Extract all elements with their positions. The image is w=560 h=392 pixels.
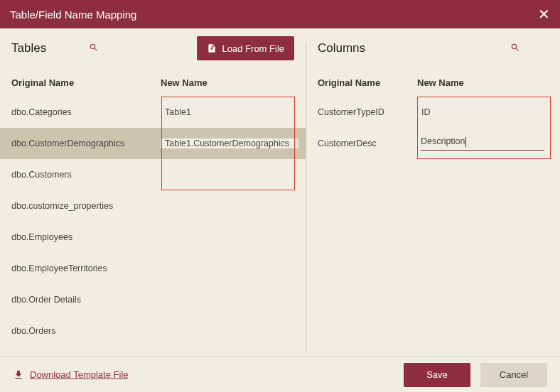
cancel-button[interactable]: Cancel	[480, 363, 547, 387]
columns-header-new: New Name	[417, 77, 549, 88]
columns-panel: Columns Original Name New Name CustomerT…	[306, 28, 560, 356]
columns-search[interactable]	[365, 43, 549, 55]
table-row[interactable]: dbo.Employees	[0, 222, 306, 253]
column-row[interactable]: CustomerDescDescription	[306, 128, 560, 159]
tables-rows: dbo.CategoriesTable1dbo.CustomerDemograp…	[0, 97, 306, 356]
table-row[interactable]: dbo.customize_properties	[0, 190, 306, 222]
tables-header-new: New Name	[161, 77, 294, 88]
table-row[interactable]: dbo.Customers	[0, 159, 306, 190]
modal-body: Tables Load From File Original Name New …	[0, 28, 560, 356]
close-icon[interactable]: ✕	[538, 7, 550, 21]
table-row[interactable]: dbo.EmployeeTerritories	[0, 253, 306, 284]
footer: Download Template File Save Cancel	[0, 356, 560, 392]
column-original-name: CustomerTypeID	[318, 107, 417, 117]
tables-header: Tables Load From File	[0, 28, 306, 68]
column-new-name[interactable]: ID	[417, 107, 549, 117]
tables-panel: Tables Load From File Original Name New …	[0, 28, 306, 356]
file-icon	[207, 43, 217, 54]
column-new-name[interactable]: Description	[416, 136, 549, 151]
table-row[interactable]: dbo.CategoriesTable1	[0, 97, 306, 128]
table-row[interactable]: dbo.CustomerDemographicsTable1.CustomerD…	[0, 128, 306, 159]
table-original-name: dbo.CustomerDemographics	[11, 138, 161, 148]
columns-header-original: Original Name	[318, 77, 417, 88]
tables-header-original: Original Name	[11, 77, 161, 88]
titlebar: Table/Field Name Mapping ✕	[0, 0, 560, 28]
table-original-name: dbo.Order Details	[11, 295, 161, 305]
download-icon	[13, 369, 24, 381]
load-from-file-button[interactable]: Load From File	[197, 36, 294, 60]
save-button[interactable]: Save	[404, 363, 470, 387]
columns-rows: CustomerTypeIDIDCustomerDescDescription	[306, 97, 560, 356]
table-original-name: dbo.Orders	[11, 326, 161, 336]
download-template-link[interactable]: Download Template File	[13, 369, 129, 381]
columns-column-headers: Original Name New Name	[306, 68, 560, 97]
tables-column-headers: Original Name New Name	[0, 68, 306, 97]
column-row[interactable]: CustomerTypeIDID	[306, 97, 560, 128]
table-original-name: dbo.customize_properties	[11, 201, 161, 211]
search-icon	[510, 43, 520, 55]
column-original-name: CustomerDesc	[318, 138, 416, 148]
modal-title: Table/Field Name Mapping	[10, 9, 136, 21]
table-row[interactable]: dbo.Order Details	[0, 284, 306, 315]
table-row[interactable]: dbo.Orders	[0, 315, 306, 347]
table-original-name: dbo.Customers	[11, 170, 161, 180]
table-new-name[interactable]: Table1	[161, 107, 294, 117]
table-original-name: dbo.Employees	[11, 232, 161, 242]
table-original-name: dbo.EmployeeTerritories	[11, 263, 161, 273]
tables-search[interactable]	[46, 43, 196, 55]
modal-window: Table/Field Name Mapping ✕ Tables Load F…	[0, 0, 560, 392]
table-row[interactable]: dbo.Org	[0, 347, 306, 356]
table-original-name: dbo.Categories	[11, 107, 161, 117]
table-new-name[interactable]: Table1.CustomerDemographics	[161, 138, 298, 148]
columns-label: Columns	[318, 41, 365, 55]
columns-header: Columns	[306, 28, 560, 68]
search-icon	[89, 43, 99, 55]
tables-label: Tables	[11, 41, 46, 55]
